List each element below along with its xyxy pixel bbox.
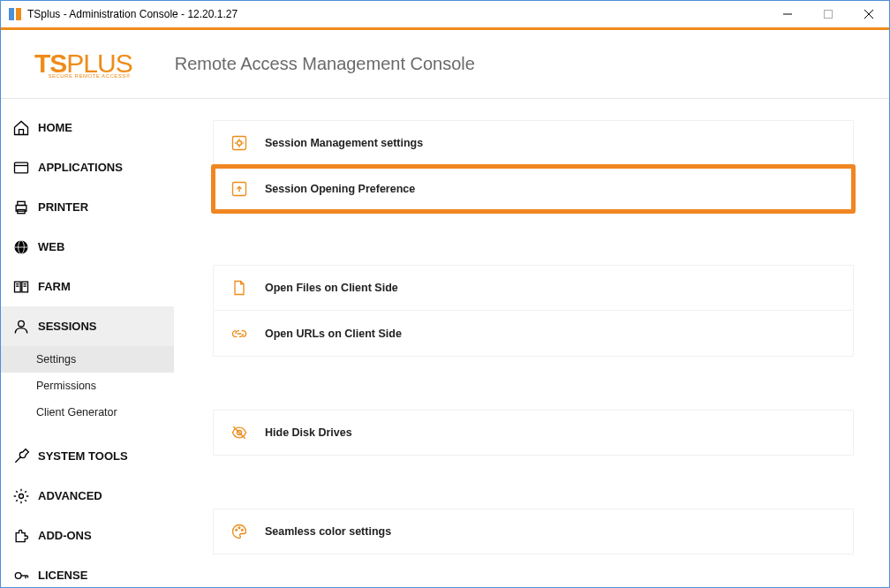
card-label: Seamless color settings [265,525,391,538]
logo-tagline: SECURE REMOTE ACCESS® [34,73,132,79]
card-hide-disk-drives[interactable]: Hide Disk Drives [213,410,854,456]
puzzle-icon [11,526,31,546]
svg-point-31 [236,530,238,531]
open-session-icon [230,179,249,199]
card-seamless-color-settings[interactable]: Seamless color settings [213,509,854,554]
window-titlebar: TSplus - Administration Console - 12.20.… [1,1,889,27]
sidebar-item-sessions[interactable]: SESSIONS [1,306,174,346]
sidebar-sub-label: Client Generator [36,406,117,418]
window-title: TSplus - Administration Console - 12.20.… [27,8,767,20]
sidebar-item-home[interactable]: HOME [1,108,174,147]
sidebar-item-printer[interactable]: PRINTER [1,187,174,227]
maximize-button [808,1,849,27]
svg-rect-0 [9,8,14,20]
card-label: Session Opening Preference [265,183,415,195]
key-icon [11,566,31,585]
sidebar-item-label: SYSTEM TOOLS [38,449,128,463]
home-icon [11,118,31,138]
svg-rect-26 [233,137,246,150]
svg-point-20 [19,320,25,327]
svg-rect-14 [15,282,21,292]
card-session-opening-preference[interactable]: Session Opening Preference [213,166,854,212]
sidebar: HOME APPLICATIONS PRINTER WEB FARM SESSI… [1,99,174,587]
card-label: Session Management settings [265,137,423,149]
card-label: Hide Disk Drives [265,426,352,439]
settings-icon [230,133,249,153]
card-open-urls-client-side[interactable]: Open URLs on Client Side [213,311,854,357]
sidebar-item-label: HOME [38,121,72,134]
card-open-files-client-side[interactable]: Open Files on Client Side [213,265,854,311]
sidebar-sub-label: Permissions [36,380,96,392]
printer-icon [11,198,31,217]
card-session-management-settings[interactable]: Session Management settings [213,120,854,166]
svg-rect-9 [18,201,25,205]
page-title: Remote Access Management Console [175,54,475,74]
globe-icon [11,237,31,257]
svg-point-22 [15,572,21,578]
sidebar-item-label: WEB [38,240,64,253]
sidebar-item-license[interactable]: LICENSE [1,555,174,588]
svg-rect-3 [825,11,833,19]
sidebar-item-label: FARM [38,280,71,293]
minimize-button[interactable] [767,1,808,27]
sidebar-item-farm[interactable]: FARM [1,267,174,306]
farm-icon [11,277,31,297]
sidebar-item-applications[interactable]: APPLICATIONS [1,147,174,187]
logo: TSPLUS SECURE REMOTE ACCESS® [34,50,132,79]
svg-rect-1 [16,8,21,20]
content-area: Session Management settings Session Open… [174,99,889,587]
applications-icon [11,158,31,177]
sidebar-item-addons[interactable]: ADD-ONS [1,516,174,555]
sidebar-sub-label: Settings [36,353,76,366]
svg-point-27 [238,141,242,146]
svg-point-21 [19,494,24,498]
sidebar-item-label: ADVANCED [38,489,102,502]
sidebar-item-label: PRINTER [38,200,88,214]
app-icon [8,7,22,21]
card-label: Open URLs on Client Side [265,328,402,340]
svg-rect-15 [22,282,28,292]
palette-icon [230,522,249,541]
sidebar-sub-permissions[interactable]: Permissions [1,373,174,399]
wrench-icon [11,447,31,466]
svg-point-32 [238,527,240,529]
svg-point-33 [242,530,244,531]
person-icon [11,317,31,336]
sidebar-item-web[interactable]: WEB [1,227,174,267]
gear-icon [11,486,31,506]
file-icon [230,278,249,298]
sidebar-item-label: SESSIONS [38,320,96,333]
close-button[interactable] [849,1,889,27]
app-header: TSPLUS SECURE REMOTE ACCESS® Remote Acce… [1,30,889,99]
card-label: Open Files on Client Side [265,282,398,294]
sidebar-item-advanced[interactable]: ADVANCED [1,476,174,516]
eye-off-icon [230,423,249,442]
sidebar-item-system-tools[interactable]: SYSTEM TOOLS [1,436,174,476]
sidebar-item-label: ADD-ONS [38,529,92,542]
sidebar-sub-settings[interactable]: Settings [1,346,174,373]
svg-rect-6 [15,162,28,173]
sidebar-item-label: LICENSE [38,569,87,582]
sidebar-sub-client-generator[interactable]: Client Generator [1,399,174,426]
link-icon [230,324,249,343]
sidebar-item-label: APPLICATIONS [38,161,123,174]
window-controls [767,1,889,27]
